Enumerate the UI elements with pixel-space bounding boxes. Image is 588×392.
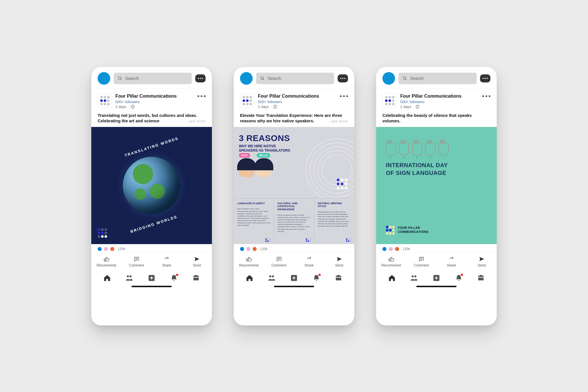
share-button[interactable]: Share xyxy=(436,252,467,270)
share-button[interactable]: Share xyxy=(152,252,182,270)
comment-button[interactable]: Comment xyxy=(121,252,152,270)
post-actions: Recommend Comment Share Send xyxy=(91,252,212,270)
bottom-nav xyxy=(376,270,497,285)
recommend-button[interactable]: Recommend xyxy=(91,252,121,270)
poster-title: INTERNATIONAL DAYOF SIGN LANGUAGE xyxy=(386,161,487,177)
author-avatar[interactable] xyxy=(240,94,254,108)
globe-icon xyxy=(416,105,419,109)
arc-text-top: TRANSLATING WORDS xyxy=(124,136,179,158)
post-header: Four Pillar Communications 500+ follower… xyxy=(91,88,212,112)
nav-notifications-icon[interactable] xyxy=(169,274,179,282)
reaction-celebrate-icon xyxy=(246,247,250,251)
infographic-columns: LANGUAGE FLUENCYNative speakers have a d… xyxy=(234,198,354,244)
earth-graphic xyxy=(123,157,180,214)
reactions-row[interactable]: 120k xyxy=(376,244,497,252)
see-more-link[interactable]: ...see more xyxy=(174,119,206,124)
share-button[interactable]: Share xyxy=(294,252,324,270)
svg-line-8 xyxy=(263,79,264,80)
author-avatar[interactable] xyxy=(382,94,397,108)
post-caption: Translating not just words, but cultures… xyxy=(91,112,212,127)
reaction-like-icon xyxy=(240,247,244,251)
nav-home-icon[interactable] xyxy=(387,274,397,282)
author-avatar[interactable] xyxy=(98,94,112,108)
svg-point-7 xyxy=(261,77,263,79)
send-button[interactable]: Send xyxy=(467,252,497,270)
reaction-count: 120k xyxy=(260,247,268,251)
post-caption: Celebrating the beauty of silence that s… xyxy=(376,112,497,127)
post-caption: Elevate Your Translation Experience: Her… xyxy=(234,112,354,127)
reaction-love-icon xyxy=(110,247,114,251)
nav-jobs-icon[interactable] xyxy=(191,274,201,282)
bottom-nav xyxy=(234,270,354,285)
nav-network-icon[interactable] xyxy=(267,274,276,282)
nav-network-icon[interactable] xyxy=(409,274,419,282)
recommend-button[interactable]: Recommend xyxy=(234,252,264,270)
send-button[interactable]: Send xyxy=(324,252,354,270)
search-input[interactable]: Search xyxy=(114,73,192,84)
nav-jobs-icon[interactable] xyxy=(476,274,486,282)
profile-avatar[interactable] xyxy=(98,72,110,85)
infographic-subtitle: WHY WE HIRE NATIVE SPEAKERS AS TRANSLATO… xyxy=(239,144,291,153)
profile-avatar[interactable] xyxy=(382,72,395,85)
arc-decoration xyxy=(305,138,354,202)
author-name[interactable]: Four Pillar Communications xyxy=(115,94,194,99)
search-input[interactable]: Search xyxy=(256,73,334,84)
reaction-celebrate-icon xyxy=(104,247,108,251)
comment-button[interactable]: Comment xyxy=(406,252,436,270)
recommend-button[interactable]: Recommend xyxy=(376,252,406,270)
reaction-celebrate-icon xyxy=(389,247,393,251)
post-more-button[interactable] xyxy=(198,94,206,97)
search-placeholder: Search xyxy=(410,76,424,81)
globe-icon xyxy=(131,105,135,109)
notification-badge xyxy=(460,273,464,277)
svg-point-11 xyxy=(269,275,271,277)
post-image[interactable]: H A P P Y INTERNATIONAL DAYOF SIGN LANGU… xyxy=(376,127,497,244)
messages-icon[interactable] xyxy=(195,74,206,82)
reaction-love-icon xyxy=(395,247,399,251)
nav-home-icon[interactable] xyxy=(245,274,254,282)
nav-jobs-icon[interactable] xyxy=(334,274,343,282)
post-image[interactable]: 3 REASONS WHY WE HIRE NATIVE SPEAKERS AS… xyxy=(234,127,354,244)
nav-post-icon[interactable] xyxy=(432,274,441,282)
reaction-like-icon xyxy=(382,247,386,251)
post-header: Four Pillar Communications 500+ follower… xyxy=(376,88,497,112)
notification-badge xyxy=(175,273,179,277)
nav-network-icon[interactable] xyxy=(124,274,134,282)
send-button[interactable]: Send xyxy=(182,252,212,270)
globe-icon xyxy=(273,105,277,109)
comment-button[interactable]: Comment xyxy=(264,252,294,270)
author-name[interactable]: Four Pillar Communications xyxy=(400,94,479,99)
search-placeholder: Search xyxy=(268,76,281,81)
phone-mockup: Search Four Pillar Communications 500+ f… xyxy=(376,67,497,325)
svg-point-5 xyxy=(130,275,132,277)
search-input[interactable]: Search xyxy=(399,73,477,84)
messages-icon[interactable] xyxy=(480,74,490,82)
nav-notifications-icon[interactable] xyxy=(454,274,464,282)
profile-avatar[interactable] xyxy=(240,72,253,85)
svg-point-0 xyxy=(118,77,121,79)
people-illustration: CIAO HELLO xyxy=(239,160,272,177)
svg-point-4 xyxy=(127,275,129,277)
brand-watermark xyxy=(98,228,107,238)
nav-notifications-icon[interactable] xyxy=(312,274,321,282)
author-followers: 500+ followers xyxy=(258,100,336,104)
messages-icon[interactable] xyxy=(338,74,348,82)
post-more-button[interactable] xyxy=(482,94,490,97)
post-more-button[interactable] xyxy=(340,94,348,97)
svg-point-12 xyxy=(272,275,274,277)
nav-post-icon[interactable] xyxy=(289,274,299,282)
topbar: Search xyxy=(234,72,354,88)
reactions-row[interactable]: 120k xyxy=(234,244,354,252)
post-image[interactable]: TRANSLATING WORDS BRIDGING WORLDS xyxy=(91,127,212,244)
author-name[interactable]: Four Pillar Communications xyxy=(258,94,336,99)
post-time: 2 days · xyxy=(400,105,479,109)
nav-home-icon[interactable] xyxy=(102,274,112,282)
reactions-row[interactable]: 120k xyxy=(91,244,212,252)
phone-mockup: Search Four Pillar Communications 500+ f… xyxy=(234,67,354,325)
reaction-count: 120k xyxy=(118,247,125,251)
bottom-nav xyxy=(91,270,212,285)
see-more-link[interactable]: ...see more xyxy=(316,119,348,124)
post-time: 2 days · xyxy=(258,105,336,109)
svg-point-14 xyxy=(403,77,406,79)
nav-post-icon[interactable] xyxy=(147,274,156,282)
